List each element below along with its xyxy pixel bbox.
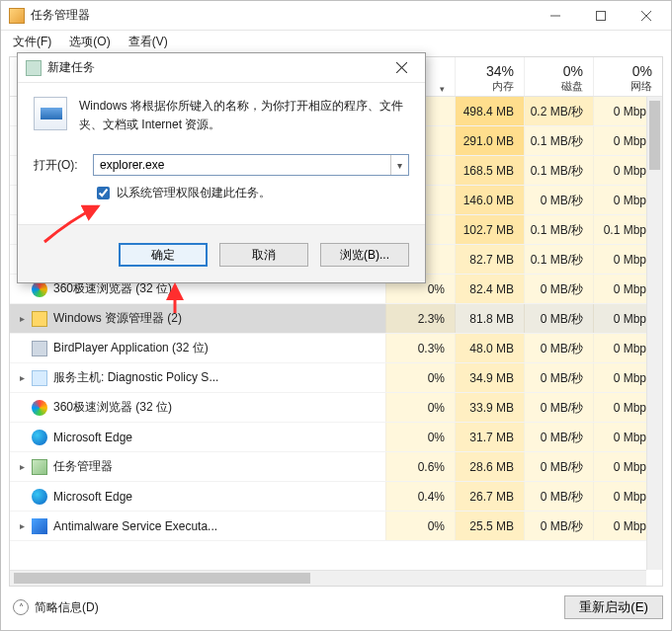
maximize-button[interactable] <box>578 1 624 31</box>
cancel-button[interactable]: 取消 <box>219 243 308 267</box>
disk-cell: 0.1 MB/秒 <box>524 126 593 155</box>
table-row[interactable]: ▸360极速浏览器 (32 位)0%33.9 MB0 MB/秒0 Mbps <box>10 393 662 423</box>
process-name-cell: ▸Microsoft Edge <box>10 430 385 445</box>
menu-options[interactable]: 选项(O) <box>61 32 118 52</box>
disk-cell: 0 MB/秒 <box>524 452 593 481</box>
browse-button[interactable]: 浏览(B)... <box>320 243 409 267</box>
table-row[interactable]: ▸任务管理器0.6%28.6 MB0 MB/秒0 Mbps <box>10 452 662 482</box>
gear-icon <box>32 370 47 386</box>
edge-icon <box>32 489 47 505</box>
task-manager-window: 任务管理器 文件(F) 选项(O) 查看(V) ▾ 34% 内存 <box>0 0 672 631</box>
process-name-cell: ▸Windows 资源管理器 (2) <box>10 310 385 327</box>
process-name: Antimalware Service Executa... <box>53 519 217 533</box>
disk-cell: 0.2 MB/秒 <box>524 97 593 125</box>
ok-button[interactable]: 确定 <box>119 243 208 267</box>
chevron-up-icon: ˄ <box>13 599 29 615</box>
process-name: BirdPlayer Application (32 位) <box>53 340 209 356</box>
process-name: Microsoft Edge <box>53 490 132 504</box>
memory-cell: 33.9 MB <box>455 393 524 422</box>
folder-icon <box>32 311 47 327</box>
dialog-titlebar: 新建任务 <box>18 53 425 83</box>
horizontal-scrollbar[interactable] <box>10 570 646 586</box>
memory-cell: 146.0 MB <box>455 186 524 214</box>
memory-cell: 26.7 MB <box>455 482 524 511</box>
expand-icon[interactable]: ▸ <box>14 518 30 534</box>
process-name: 360极速浏览器 (32 位) <box>53 399 172 416</box>
disk-cell: 0 MB/秒 <box>524 304 593 333</box>
titlebar: 任务管理器 <box>1 1 671 31</box>
cpu-cell: 0.6% <box>385 452 455 481</box>
table-row[interactable]: ▸Microsoft Edge0.4%26.7 MB0 MB/秒0 Mbps <box>10 482 662 512</box>
memory-cell: 25.5 MB <box>455 512 524 540</box>
run-icon <box>34 97 67 130</box>
process-name-cell: ▸任务管理器 <box>10 458 385 475</box>
memory-cell: 102.7 MB <box>455 215 524 244</box>
column-header-disk[interactable]: 0% 磁盘 <box>524 57 593 96</box>
process-name-cell: ▸BirdPlayer Application (32 位) <box>10 340 385 356</box>
process-name: Windows 资源管理器 (2) <box>53 310 182 327</box>
memory-cell: 498.4 MB <box>455 97 524 125</box>
disk-cell: 0 MB/秒 <box>524 423 593 451</box>
process-name-cell: ▸360极速浏览器 (32 位) <box>10 399 385 416</box>
fewer-details-button[interactable]: ˄ 简略信息(D) <box>9 597 103 618</box>
admin-checkbox-row[interactable]: 以系统管理权限创建此任务。 <box>93 184 409 202</box>
dialog-close-button[interactable] <box>381 54 421 82</box>
admin-label: 以系统管理权限创建此任务。 <box>117 185 271 201</box>
cpu-cell: 0% <box>385 363 455 392</box>
disk-cell: 0 MB/秒 <box>524 482 593 511</box>
admin-checkbox[interactable] <box>97 187 110 199</box>
disk-cell: 0 MB/秒 <box>524 334 593 362</box>
cpu-cell: 2.3% <box>385 304 455 333</box>
restart-button[interactable]: 重新启动(E) <box>564 595 663 619</box>
sort-indicator-icon: ▾ <box>440 84 445 94</box>
svg-rect-1 <box>597 11 606 20</box>
expand-icon[interactable]: ▸ <box>14 311 30 327</box>
minimize-button[interactable] <box>533 1 578 31</box>
disk-cell: 0 MB/秒 <box>524 512 593 540</box>
cpu-cell: 0% <box>385 423 455 451</box>
dialog-buttons: 确定 取消 浏览(B)... <box>18 224 425 282</box>
table-row[interactable]: ▸Windows 资源管理器 (2)2.3%81.8 MB0 MB/秒0 Mbp… <box>10 304 662 334</box>
tm-icon <box>32 459 47 475</box>
table-row[interactable]: ▸Antimalware Service Executa...0%25.5 MB… <box>10 512 662 541</box>
shield-icon <box>32 518 47 534</box>
chevron-down-icon[interactable]: ▾ <box>390 155 408 175</box>
new-task-dialog: 新建任务 Windows 将根据你所键入的名称，为你打开相应的程序、文件夹、文档… <box>17 52 426 283</box>
disk-cell: 0.1 MB/秒 <box>524 215 593 244</box>
menu-file[interactable]: 文件(F) <box>5 32 59 52</box>
memory-cell: 31.7 MB <box>455 423 524 451</box>
dialog-description: Windows 将根据你所键入的名称，为你打开相应的程序、文件夹、文档或 Int… <box>79 97 409 134</box>
cpu-cell: 0% <box>385 393 455 422</box>
process-name: 服务主机: Diagnostic Policy S... <box>53 369 218 386</box>
memory-cell: 28.6 MB <box>455 452 524 481</box>
generic-icon <box>32 341 47 356</box>
close-button[interactable] <box>624 1 669 31</box>
process-name-cell: ▸Microsoft Edge <box>10 489 385 505</box>
memory-cell: 48.0 MB <box>455 334 524 362</box>
column-header-network[interactable]: 0% 网络 <box>593 57 662 96</box>
column-header-memory[interactable]: 34% 内存 <box>455 57 524 96</box>
disk-cell: 0 MB/秒 <box>524 186 593 214</box>
menu-view[interactable]: 查看(V) <box>121 32 176 52</box>
open-input[interactable] <box>94 158 390 172</box>
process-name-cell: ▸服务主机: Diagnostic Policy S... <box>10 369 385 386</box>
disk-cell: 0 MB/秒 <box>524 275 593 303</box>
memory-cell: 81.8 MB <box>455 304 524 333</box>
table-row[interactable]: ▸BirdPlayer Application (32 位)0.3%48.0 M… <box>10 334 662 363</box>
dialog-icon <box>26 60 42 76</box>
table-row[interactable]: ▸服务主机: Diagnostic Policy S...0%34.9 MB0 … <box>10 363 662 393</box>
cpu-cell: 0.3% <box>385 334 455 362</box>
memory-cell: 291.0 MB <box>455 126 524 155</box>
memory-cell: 82.4 MB <box>455 275 524 303</box>
open-combobox[interactable]: ▾ <box>93 154 409 176</box>
table-row[interactable]: ▸Microsoft Edge0%31.7 MB0 MB/秒0 Mbps <box>10 423 662 452</box>
process-name: 任务管理器 <box>53 458 113 475</box>
dialog-title: 新建任务 <box>47 59 95 76</box>
process-name-cell: ▸Antimalware Service Executa... <box>10 518 385 534</box>
360-icon <box>32 400 47 416</box>
expand-icon[interactable]: ▸ <box>14 459 30 475</box>
vertical-scrollbar[interactable] <box>646 97 662 570</box>
process-name: Microsoft Edge <box>53 431 132 444</box>
disk-cell: 0.1 MB/秒 <box>524 245 593 274</box>
expand-icon[interactable]: ▸ <box>14 370 30 386</box>
